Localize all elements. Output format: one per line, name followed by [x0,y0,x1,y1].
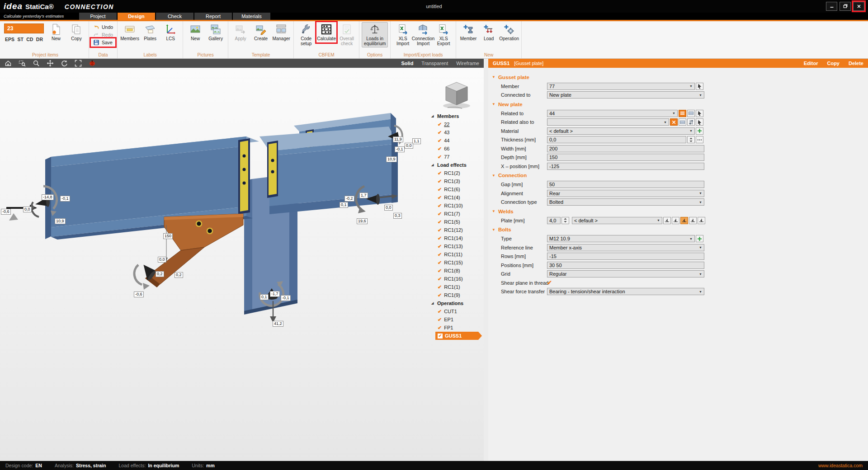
connection-type-dropdown[interactable]: Bolted▼ [547,198,704,206]
manager-button[interactable]: Manager [271,22,291,42]
clear-orange-button[interactable] [670,118,678,126]
weld-type-4-button[interactable] [689,217,697,224]
tree-section-operations[interactable]: ◢Operations [431,299,482,307]
weld-type-2-button[interactable] [672,217,679,224]
new-button[interactable]: New [185,22,205,42]
copy-button[interactable]: Copy [66,22,86,42]
tree-item-rc1-3[interactable]: ✔RC1(3) [431,177,482,185]
shear-force-transfer-dropdown[interactable]: Bearing - tension/shear interaction▼ [547,288,704,295]
add-button[interactable] [696,127,703,135]
gallery-button[interactable]: Gallery [206,22,226,42]
right-fin-plate-3d[interactable] [267,141,278,198]
editor-button[interactable]: Editor [804,61,818,66]
weld-type-1-button[interactable] [663,217,671,224]
shear-plane-in-thread-checkbox[interactable]: ✔ [547,279,552,286]
tab-design[interactable]: Design [118,13,155,20]
tree-item-rc1-9[interactable]: ✔RC1(9) [431,291,482,299]
tree-item-rc1-7[interactable]: ✔RC1(7) [431,210,482,218]
tree-item-44[interactable]: ✔44 [431,136,482,145]
ladybug-icon[interactable] [89,60,96,67]
tree-item-rc1-15[interactable]: ✔RC1(15) [431,258,482,267]
close-button[interactable] [853,2,864,11]
copy-button[interactable]: Copy [827,61,840,66]
home-icon[interactable] [5,60,12,67]
tree-item-rc1-1[interactable]: ✔RC1(1) [431,283,482,291]
tree-item-rc1-13[interactable]: ✔RC1(13) [431,242,482,250]
weld-size-input[interactable]: 4,0 [547,217,561,224]
member-button[interactable]: Member [458,22,478,42]
website-link[interactable]: www.ideastatica.com [818,463,863,468]
spinner-button[interactable] [687,136,695,143]
3d-scene-area[interactable]: 11,91,10,0-0,110,9-14,8-0,10,0-0,610,91,… [0,68,484,461]
tree-item-43[interactable]: ✔43 [431,128,482,136]
members-button[interactable]: Members [120,22,140,42]
more-button[interactable] [696,136,703,143]
create-button[interactable]: Create [251,22,271,42]
tab-project[interactable]: Project [79,13,117,20]
view-mode-transparent[interactable]: Transparent [421,61,448,66]
rotate-icon[interactable] [61,60,68,67]
tree-item-rc1-6[interactable]: ✔RC1(6) [431,185,482,193]
code-setup-button[interactable]: Code setup [296,22,316,47]
material-dropdown[interactable]: < default >▼ [547,127,695,135]
tree-item-rc1-8[interactable]: ✔RC1(8) [431,267,482,275]
left-fin-plate-3d[interactable] [238,138,250,214]
project-toggle-st[interactable]: ST [17,37,23,42]
tree-item-fp1[interactable]: ✔FP1 [431,324,482,332]
xls-import-button[interactable]: XLS Import [393,22,413,47]
plate-gray-button[interactable] [679,118,686,126]
rows-mm-input[interactable]: -15 [547,253,704,260]
plate-orange-button[interactable] [679,110,686,117]
project-toggle-eps[interactable]: EPS [5,37,14,42]
zoom-icon[interactable] [33,60,40,67]
project-toggle-dr[interactable]: DR [36,37,43,42]
loads-in-equilibrium-button[interactable]: Loads in equilibrium [362,22,388,47]
view-mode-wireframe[interactable]: Wireframe [456,61,479,66]
new-button[interactable]: New [46,22,66,42]
type-dropdown[interactable]: M12 10.9▼ [547,235,695,242]
pick-button[interactable] [696,83,703,90]
tab-report[interactable]: Report [194,13,232,20]
tree-item-77[interactable]: ✔77 [431,153,482,161]
apply-button[interactable]: Apply [231,22,250,42]
width-mm-input[interactable]: 200 [547,145,704,152]
connection-import-button[interactable]: Connection Import [413,22,433,47]
tree-item-rc1-12[interactable]: ✔RC1(12) [431,226,482,234]
connected-to-dropdown[interactable]: New plate▼ [547,91,704,99]
tree-item-rc1-11[interactable]: ✔RC1(11) [431,250,482,258]
navigation-cube[interactable] [440,77,473,111]
overall-check-button[interactable]: Overall check [337,22,357,47]
section-header-bolts[interactable]: ▼Bolts [488,225,868,235]
positions-mm-input[interactable]: 30 50 [547,262,704,269]
grid-dropdown[interactable]: Regular▼ [547,270,704,277]
reference-line-dropdown[interactable]: Member x-axis▼ [547,244,704,251]
operation-button[interactable]: Operation [499,22,519,42]
lcs-button[interactable]: LCS [160,22,180,42]
tree-section-load-effects[interactable]: ◢Load effects [431,161,482,169]
project-toggle-cd[interactable]: CD [26,37,33,42]
pan-icon[interactable] [47,60,54,67]
weld-material-dropdown[interactable]: < default >▼ [572,217,662,224]
thickness-mm-input[interactable]: 0,0 [547,136,686,143]
delete-button[interactable]: Delete [849,61,863,66]
section-header-new-plate[interactable]: ▼New plate [488,99,868,109]
3d-connection-scene[interactable] [0,68,484,461]
pick-button[interactable] [696,118,703,126]
swap-button[interactable] [687,118,695,126]
weld-type-3-button[interactable] [680,217,688,224]
tree-section-members[interactable]: ◢Members [431,112,482,120]
tree-item-rc1-4[interactable]: ✔RC1(4) [431,193,482,202]
load-button[interactable]: Load [479,22,499,42]
tab-check[interactable]: Check [156,13,193,20]
minimize-button[interactable] [826,2,837,11]
tree-item-rc1-2[interactable]: ✔RC1(2) [431,169,482,177]
tree-item-rc1-16[interactable]: ✔RC1(16) [431,275,482,283]
tree-item-66[interactable]: ✔66 [431,145,482,153]
project-item-selector[interactable]: 23 [4,24,44,33]
tree-item-guss1[interactable]: ✔GUSS1 [435,332,482,340]
tree-item-ep1[interactable]: ✔EP1 [431,315,482,324]
weld-type-5-button[interactable] [698,217,705,224]
pick-button[interactable] [696,110,703,117]
checkbox-checked-icon[interactable]: ✔ [438,334,443,338]
redo-button[interactable]: Redo [91,31,115,38]
